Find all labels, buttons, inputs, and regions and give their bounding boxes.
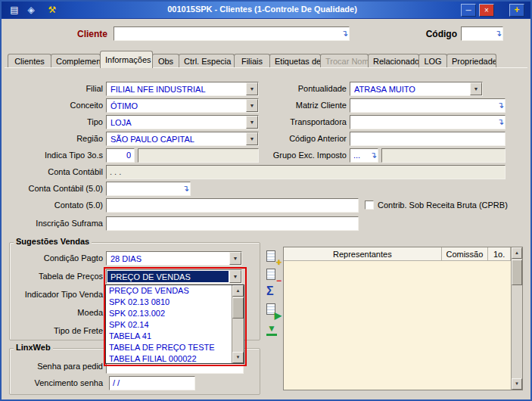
condicao-pagto-value: 28 DIAS bbox=[107, 253, 229, 264]
indica-tipo-value: 0 bbox=[110, 151, 131, 160]
app-icon[interactable]: ◈ bbox=[24, 4, 38, 16]
lookup-icon[interactable]: ↴ bbox=[182, 184, 189, 194]
grupo-exc-imposto-desc-input[interactable] bbox=[381, 148, 506, 163]
tab-obs[interactable]: Obs bbox=[152, 54, 179, 68]
grid-remove-button[interactable]: − bbox=[265, 268, 280, 283]
pontualidade-label: Pontualidade bbox=[256, 84, 347, 93]
chevron-down-icon[interactable]: ▼ bbox=[229, 270, 241, 283]
dropdown-item[interactable]: TABELA DE PREÇO TESTE bbox=[106, 342, 232, 353]
filial-value: FILIAL NFE INDUSTRIAL bbox=[107, 83, 245, 95]
cliente-input[interactable]: ↴ bbox=[114, 26, 350, 41]
tab-ctrl-especiais[interactable]: Ctrl. Especia bbox=[179, 54, 235, 68]
conta-contabil-input[interactable]: . . . bbox=[106, 165, 506, 179]
conceito-combo[interactable]: ÓTIMO ▼ bbox=[106, 98, 259, 113]
download-arrow-icon: ▼ bbox=[267, 324, 276, 333]
dropdown-item[interactable]: TABELA FILIAL 000022 bbox=[106, 353, 232, 365]
tab-clientes[interactable]: Clientes bbox=[8, 54, 51, 68]
contato-50-input[interactable] bbox=[106, 198, 359, 213]
codigo-input[interactable]: ↴ bbox=[461, 26, 503, 41]
conceito-label: Conceito bbox=[12, 101, 103, 110]
pontualidade-combo[interactable]: ATRASA MUITO ▼ bbox=[350, 82, 483, 96]
lookup-icon[interactable]: ↴ bbox=[341, 29, 348, 39]
app-window: ▤ ◈ ⚒ 001015SPK - Clientes (1-Controle D… bbox=[0, 0, 532, 401]
grid-import-button[interactable]: ▼ bbox=[265, 322, 280, 337]
scroll-down-icon[interactable]: ▼ bbox=[232, 352, 244, 363]
close-button[interactable]: × bbox=[479, 4, 494, 17]
tab-propriedades[interactable]: Propriedade bbox=[446, 54, 496, 68]
conta-contabil-50-input[interactable]: ↴ bbox=[106, 182, 191, 196]
tabela-precos-dropdown-list[interactable]: PREÇO DE VENDAS SPK 02.13 0810 SPK 02.13… bbox=[105, 284, 244, 364]
cliente-label: Cliente bbox=[47, 29, 107, 39]
lookup-icon[interactable]: ↴ bbox=[497, 101, 504, 110]
grid-header-comissao[interactable]: Comissão bbox=[442, 247, 489, 261]
grid-add-button[interactable]: + bbox=[265, 250, 280, 265]
codigo-anterior-input[interactable] bbox=[350, 132, 506, 146]
lookup-icon[interactable]: ↴ bbox=[497, 117, 504, 127]
vencimento-senha-input[interactable]: / / bbox=[109, 376, 195, 390]
indica-tipo-desc-input[interactable] bbox=[138, 148, 259, 163]
pontualidade-value: ATRASA MUITO bbox=[351, 83, 469, 95]
scroll-up-icon[interactable]: ▲ bbox=[232, 285, 244, 297]
tab-log[interactable]: LOG bbox=[418, 54, 447, 68]
tipo-combo[interactable]: LOJA ▼ bbox=[106, 115, 259, 129]
dropdown-item[interactable]: TABELA 41 bbox=[106, 331, 232, 342]
matriz-cliente-input[interactable]: ↴ bbox=[350, 98, 506, 113]
tools-icon[interactable]: ⚒ bbox=[45, 4, 59, 16]
tab-trocar-nome: Trocar Nom bbox=[320, 54, 369, 68]
tab-complemento[interactable]: Complemen bbox=[51, 54, 101, 68]
tab-filiais[interactable]: Filiais bbox=[234, 54, 270, 68]
tab-etiquetas[interactable]: Etiquetas de bbox=[269, 54, 321, 68]
tipo-frete-label: Tipo de Frete bbox=[12, 326, 103, 335]
grid-export-button[interactable]: ▶ bbox=[265, 303, 280, 318]
lookup-icon[interactable]: ↴ bbox=[495, 29, 502, 39]
grid-header-1o[interactable]: 1o. bbox=[488, 247, 511, 261]
transportadora-input[interactable]: ↴ bbox=[350, 115, 506, 129]
codigo-label: Código bbox=[410, 29, 457, 39]
tabela-precos-label: Tabela de Preços bbox=[12, 272, 103, 281]
minimize-button[interactable]: ─ bbox=[461, 4, 476, 17]
regiao-label: Região bbox=[12, 134, 103, 143]
plus-icon: + bbox=[276, 258, 282, 267]
scroll-thumb[interactable] bbox=[512, 260, 522, 285]
grid-body[interactable] bbox=[284, 261, 511, 390]
tabela-precos-combo[interactable]: PREÇO DE VENDAS ▼ bbox=[106, 269, 242, 284]
tab-strip: Clientes Complemen Informações Obs Ctrl.… bbox=[8, 51, 496, 68]
contrib-cprb-checkbox[interactable] bbox=[365, 201, 374, 210]
dropdown-item[interactable]: SPK 02.14 bbox=[106, 319, 232, 331]
add-record-button[interactable]: + bbox=[509, 4, 524, 17]
chevron-down-icon[interactable]: ▼ bbox=[470, 82, 482, 95]
conta-contabil-label: Conta Contábil bbox=[12, 167, 103, 176]
moeda-label: Moeda bbox=[12, 308, 103, 317]
tipo-label: Tipo bbox=[12, 117, 103, 126]
regiao-value: SÃO PAULO CAPITAL bbox=[107, 133, 245, 145]
lookup-icon[interactable]: ↴ bbox=[370, 151, 377, 160]
grupo-exc-imposto-input[interactable]: ... ↴ bbox=[350, 148, 378, 163]
chevron-down-icon[interactable]: ▼ bbox=[229, 252, 241, 265]
dropdown-item[interactable]: PREÇO DE VENDAS bbox=[106, 285, 232, 297]
conta-contabil-value: . . . bbox=[110, 167, 502, 176]
grid-sum-button[interactable]: Σ bbox=[265, 284, 280, 300]
scroll-thumb[interactable] bbox=[232, 297, 244, 319]
inscricao-suframa-input[interactable] bbox=[106, 216, 359, 231]
indica-tipo-label: Indica Tipo 3o.s bbox=[12, 151, 103, 160]
form-icon[interactable]: ▤ bbox=[8, 4, 21, 16]
representantes-grid[interactable]: Representantes Comissão 1o. ▲ ▼ bbox=[283, 247, 523, 390]
indicador-tipo-venda-label: Indicador Tipo Venda bbox=[12, 290, 103, 299]
grid-vertical-scrollbar[interactable]: ▲ ▼ bbox=[511, 247, 522, 390]
regiao-combo[interactable]: SÃO PAULO CAPITAL ▼ bbox=[106, 132, 259, 146]
indica-tipo-input[interactable]: 0 bbox=[106, 148, 135, 163]
grid-header-representantes[interactable]: Representantes bbox=[284, 247, 442, 261]
page-icon bbox=[266, 250, 275, 262]
scroll-down-icon[interactable]: ▼ bbox=[512, 378, 522, 390]
conceito-value: ÓTIMO bbox=[107, 100, 245, 111]
grid-header-row: Representantes Comissão 1o. bbox=[284, 247, 511, 261]
vencimento-senha-value: / / bbox=[113, 378, 191, 387]
dropdown-item[interactable]: SPK 02.13 0810 bbox=[106, 297, 232, 308]
tab-relacionado[interactable]: Relacionado bbox=[368, 54, 419, 68]
filial-combo[interactable]: FILIAL NFE INDUSTRIAL ▼ bbox=[106, 82, 259, 96]
tab-informacoes[interactable]: Informações bbox=[100, 51, 153, 68]
condicao-pagto-combo[interactable]: 28 DIAS ▼ bbox=[106, 251, 242, 266]
dropdown-item[interactable]: SPK 02.13.002 bbox=[106, 308, 232, 319]
scroll-up-icon[interactable]: ▲ bbox=[512, 247, 522, 259]
dropdown-scrollbar[interactable]: ▲ ▼ bbox=[232, 285, 244, 363]
